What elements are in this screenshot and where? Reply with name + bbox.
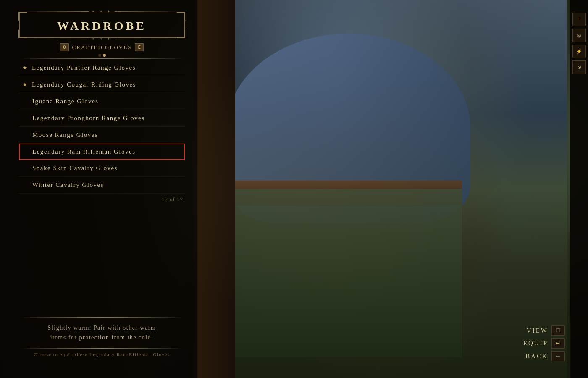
list-item[interactable]: ★ Legendary Panther Range Gloves bbox=[19, 60, 185, 76]
list-item[interactable]: Moose Range Gloves bbox=[19, 127, 185, 144]
tab-indicators bbox=[19, 54, 185, 57]
back-button[interactable]: Back ← bbox=[525, 351, 565, 361]
view-button[interactable]: View □ bbox=[527, 326, 565, 336]
list-item[interactable]: Winter Cavalry Gloves bbox=[19, 177, 185, 194]
category-label: Crafted Gloves bbox=[72, 44, 132, 51]
bolt-icon: ⚡ bbox=[576, 49, 582, 54]
action-hint-text: Choose to equip these Legendary Ram Rifl… bbox=[19, 352, 185, 357]
door-background bbox=[193, 0, 235, 378]
item-name-5: Moose Range Gloves bbox=[32, 131, 98, 139]
right-icon-3[interactable]: ⚡ bbox=[572, 45, 586, 58]
tab-dot-2 bbox=[103, 54, 106, 57]
item-list: ★ Legendary Panther Range Gloves ★ Legen… bbox=[19, 60, 185, 194]
back-label: Back bbox=[525, 353, 548, 360]
right-icon-2[interactable]: ◎ bbox=[572, 29, 586, 42]
item-name-2: Legendary Cougar Riding Gloves bbox=[32, 81, 136, 88]
item-name-4: Legendary Pronghorn Range Gloves bbox=[32, 115, 145, 122]
top-divider bbox=[19, 58, 185, 59]
desc-top-divider bbox=[19, 317, 185, 318]
title-box: ✦ ✦ ✦ WARDROBE ✦ ✦ ✦ bbox=[19, 13, 185, 38]
desc-bottom-divider bbox=[19, 348, 185, 349]
view-label: View bbox=[527, 327, 548, 334]
view-key-icon: □ bbox=[556, 327, 560, 334]
star-icon-2: ★ bbox=[22, 81, 28, 88]
character-preview bbox=[193, 0, 567, 378]
item-name-3: Iguana Range Gloves bbox=[32, 98, 99, 105]
list-item[interactable]: Iguana Range Gloves bbox=[19, 93, 185, 110]
star-icon-1: ★ bbox=[22, 64, 28, 71]
list-item-selected[interactable]: Legendary Ram Rifleman Gloves bbox=[19, 144, 185, 160]
list-item[interactable]: ★ Legendary Cougar Riding Gloves bbox=[19, 76, 185, 93]
right-icon-1[interactable]: ≡ bbox=[572, 13, 586, 26]
back-key-icon: ← bbox=[555, 353, 561, 360]
list-item[interactable]: Legendary Pronghorn Range Gloves bbox=[19, 110, 185, 127]
list-icon: ≡ bbox=[578, 16, 580, 23]
equip-key-icon: ↵ bbox=[556, 340, 561, 347]
bottom-controls: View □ Equip ↵ Back ← bbox=[523, 326, 565, 361]
prev-category-key[interactable]: Q bbox=[60, 43, 69, 51]
wardrobe-panel: ✦ ✦ ✦ WARDROBE ✦ ✦ ✦ Q Crafted Gloves E … bbox=[19, 13, 185, 205]
tab-dot-1 bbox=[98, 54, 101, 57]
view-key: □ bbox=[551, 326, 565, 336]
equip-label: Equip bbox=[523, 340, 548, 347]
equip-button[interactable]: Equip ↵ bbox=[523, 338, 565, 349]
item-name-7: Snake Skin Cavalry Gloves bbox=[32, 165, 118, 172]
key-icon: ⊙ bbox=[578, 65, 581, 70]
char-pants bbox=[235, 189, 462, 357]
page-title: WARDROBE bbox=[30, 19, 174, 33]
next-category-key[interactable]: E bbox=[135, 43, 144, 51]
item-name-6: Legendary Ram Rifleman Gloves bbox=[32, 148, 136, 155]
item-count: 15 of 17 bbox=[19, 194, 185, 205]
tab-navigation: Q Crafted Gloves E bbox=[19, 40, 185, 54]
description-area: Slightly warm. Pair with other warm item… bbox=[19, 317, 185, 357]
equip-key: ↵ bbox=[551, 338, 565, 349]
item-name-8: Winter Cavalry Gloves bbox=[32, 181, 104, 189]
item-name-1: Legendary Panther Range Gloves bbox=[32, 64, 136, 71]
list-item[interactable]: Snake Skin Cavalry Gloves bbox=[19, 160, 185, 177]
back-key: ← bbox=[551, 351, 565, 361]
item-description: Slightly warm. Pair with other warm item… bbox=[19, 323, 185, 342]
right-icon-4[interactable]: ⊙ bbox=[572, 60, 586, 74]
right-icons-panel: ≡ ◎ ⚡ ⊙ bbox=[570, 0, 588, 378]
circle-icon: ◎ bbox=[577, 33, 581, 38]
